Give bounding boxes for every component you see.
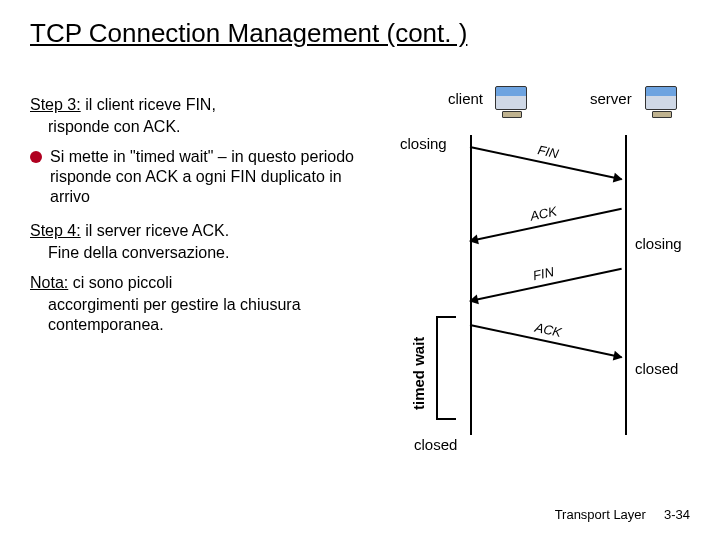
- step3-bullet: Si mette in "timed wait" – in questo per…: [30, 147, 355, 207]
- client-state-closing: closing: [400, 135, 447, 152]
- nota-underline: Nota:: [30, 274, 68, 291]
- nota-heading: Nota: ci sono piccoli: [30, 273, 355, 293]
- timed-wait-label: timed wait: [410, 390, 502, 410]
- footer-page: 3-34: [664, 507, 690, 522]
- step4-underline: Step 4:: [30, 222, 81, 239]
- nota-rest: ci sono piccoli: [68, 274, 172, 291]
- arrowhead-icon: [613, 351, 624, 363]
- step4-heading: Step 4: il server riceve ACK.: [30, 221, 355, 241]
- footer-layer: Transport Layer: [555, 507, 646, 522]
- step4-body: Fine della conversazione.: [48, 243, 355, 263]
- sequence-diagram: client server closing closing closed FIN…: [370, 80, 690, 460]
- msg-fin2-label: FIN: [466, 250, 621, 297]
- client-computer-icon: [495, 86, 529, 114]
- server-state-closing: closing: [635, 235, 682, 252]
- msg-fin2: FIN: [470, 268, 622, 302]
- step3-body: risponde con ACK.: [48, 117, 355, 137]
- slide-footer: Transport Layer 3-34: [555, 507, 690, 522]
- left-column: Step 3: il client riceve FIN, risponde c…: [30, 95, 355, 345]
- server-timeline: [625, 135, 627, 435]
- step4-rest: il server riceve ACK.: [81, 222, 229, 239]
- arrowhead-icon: [468, 234, 479, 246]
- msg-ack2-label: ACK: [471, 306, 626, 353]
- client-label: client: [448, 90, 483, 107]
- msg-ack2: ACK: [470, 324, 622, 358]
- slide-title: TCP Connection Management (cont. ): [30, 18, 467, 49]
- bullet-icon: [30, 151, 42, 163]
- step3-underline: Step 3:: [30, 96, 81, 113]
- server-label: server: [590, 90, 632, 107]
- nota-body: accorgimenti per gestire la chiusura con…: [48, 295, 355, 335]
- step3-heading: Step 3: il client riceve FIN,: [30, 95, 355, 115]
- server-computer-icon: [645, 86, 679, 114]
- msg-fin1-label: FIN: [471, 128, 626, 175]
- step3-rest: il client riceve FIN,: [81, 96, 216, 113]
- msg-ack1: ACK: [470, 208, 622, 242]
- step3-bullet-text: Si mette in "timed wait" – in questo per…: [50, 147, 355, 207]
- arrowhead-icon: [468, 294, 479, 306]
- server-state-closed: closed: [635, 360, 678, 377]
- client-state-closed: closed: [414, 436, 457, 453]
- msg-ack1-label: ACK: [466, 190, 621, 237]
- arrowhead-icon: [613, 173, 624, 185]
- msg-fin1: FIN: [470, 146, 622, 180]
